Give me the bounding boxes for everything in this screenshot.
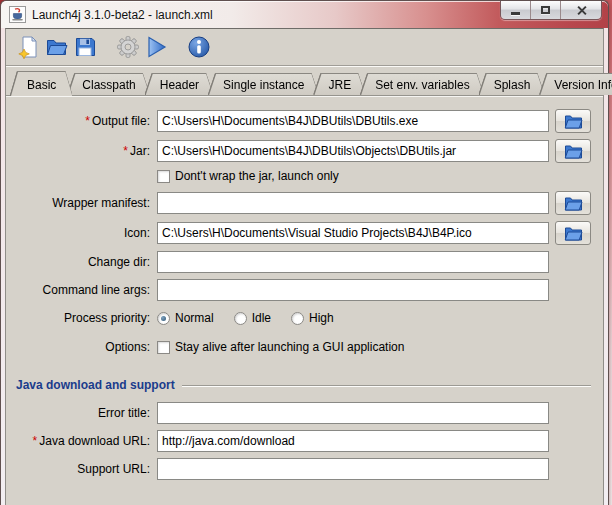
new-file-icon: [17, 35, 41, 59]
tab-version-info[interactable]: Version Info: [540, 74, 612, 95]
stay-alive-checkbox[interactable]: [157, 341, 170, 354]
folder-icon: [564, 196, 583, 211]
titlebar[interactable]: Launch4j 3.1.0-beta2 - launch.xml: [0, 0, 609, 28]
save-config-button[interactable]: [71, 33, 99, 61]
tab-classpath[interactable]: Classpath: [68, 74, 149, 95]
output-file-browse-button[interactable]: [555, 109, 591, 133]
jar-label: *Jar:: [14, 144, 150, 158]
error-title-label: Error title:: [14, 406, 150, 420]
build-wrapper-button[interactable]: [114, 33, 142, 61]
tab-header[interactable]: Header: [146, 74, 213, 95]
icon-browse-button[interactable]: [555, 221, 591, 245]
tab-basic[interactable]: Basic: [11, 72, 72, 96]
priority-high-radio[interactable]: High: [291, 311, 334, 325]
window-title: Launch4j 3.1.0-beta2 - launch.xml: [32, 8, 213, 22]
java-download-url-input[interactable]: [157, 430, 549, 452]
gear-icon: [116, 35, 140, 59]
priority-radio-group: Normal Idle High: [157, 307, 334, 329]
stay-alive-label: Stay alive after launching a GUI applica…: [175, 340, 404, 354]
open-config-button[interactable]: [43, 33, 71, 61]
toolbar: [6, 29, 603, 65]
new-config-button[interactable]: [15, 33, 43, 61]
tab-set-env-variables[interactable]: Set env. variables: [361, 74, 484, 95]
section-divider: [182, 385, 591, 387]
tab-strip: Basic Classpath Header Single instance J…: [6, 67, 603, 95]
save-floppy-icon: [73, 35, 97, 59]
desktop-wallpaper: Launch4j 3.1.0-beta2 - launch.xml: [0, 0, 612, 505]
radio-icon: [157, 312, 170, 325]
java-download-section-header: Java download and support: [16, 378, 591, 392]
minimize-icon: [511, 12, 520, 15]
test-wrapper-button[interactable]: [142, 33, 170, 61]
tab-jre[interactable]: JRE: [314, 74, 365, 95]
priority-idle-radio[interactable]: Idle: [234, 311, 271, 325]
folder-icon: [564, 226, 583, 241]
java-download-url-label: *Java download URL:: [14, 434, 150, 448]
options-label: Options:: [14, 340, 150, 354]
window-frame: Basic Classpath Header Single instance J…: [0, 28, 609, 505]
command-line-args-label: Command line args:: [14, 283, 150, 297]
folder-icon: [564, 144, 583, 159]
command-line-args-row: Command line args:: [14, 279, 595, 301]
support-url-label: Support URL:: [14, 462, 150, 476]
maximize-icon: [541, 6, 550, 14]
jar-input[interactable]: [157, 140, 549, 162]
required-marker: *: [33, 434, 38, 448]
required-marker: *: [85, 114, 90, 128]
wrapper-manifest-row: Wrapper manifest:: [14, 191, 595, 215]
maximize-button[interactable]: [531, 1, 561, 19]
process-priority-label: Process priority:: [14, 311, 150, 325]
java-download-url-row: *Java download URL:: [14, 430, 595, 452]
dont-wrap-label: Dont't wrap the jar, launch only: [175, 169, 339, 183]
launch4j-window: Launch4j 3.1.0-beta2 - launch.xml: [0, 0, 609, 505]
priority-normal-radio[interactable]: Normal: [157, 311, 214, 325]
close-icon: [576, 5, 587, 16]
open-folder-icon: [45, 35, 69, 59]
dont-wrap-checkbox[interactable]: [157, 170, 170, 183]
output-file-label: *Output file:: [14, 114, 150, 128]
wrapper-manifest-browse-button[interactable]: [555, 191, 591, 215]
folder-icon: [564, 114, 583, 129]
window-controls: [500, 1, 602, 20]
dont-wrap-row: Dont't wrap the jar, launch only: [157, 169, 595, 183]
about-button[interactable]: [185, 33, 213, 61]
change-dir-label: Change dir:: [14, 255, 150, 269]
radio-icon: [234, 312, 247, 325]
icon-label: Icon:: [14, 226, 150, 240]
wrapper-manifest-input[interactable]: [157, 192, 549, 214]
process-priority-row: Process priority: Normal Idle High: [14, 307, 595, 329]
section-title: Java download and support: [16, 378, 175, 392]
support-url-input[interactable]: [157, 458, 549, 480]
tab-single-instance[interactable]: Single instance: [209, 74, 318, 95]
radio-icon: [291, 312, 304, 325]
command-line-args-input[interactable]: [157, 279, 549, 301]
minimize-button[interactable]: [501, 1, 531, 19]
jar-row: *Jar:: [14, 139, 595, 163]
error-title-row: Error title:: [14, 402, 595, 424]
info-icon: [187, 35, 211, 59]
required-marker: *: [123, 144, 128, 158]
icon-input[interactable]: [157, 222, 549, 244]
output-file-input[interactable]: [157, 110, 549, 132]
close-button[interactable]: [561, 1, 601, 19]
support-url-row: Support URL:: [14, 458, 595, 480]
output-file-row: *Output file:: [14, 109, 595, 133]
error-title-input[interactable]: [157, 402, 549, 424]
basic-tab-panel: *Output file: *Jar:: [6, 95, 603, 505]
icon-row: Icon:: [14, 221, 595, 245]
java-cup-icon: [9, 6, 26, 23]
change-dir-input[interactable]: [157, 251, 549, 273]
options-row: Options: Stay alive after launching a GU…: [14, 336, 595, 358]
jar-browse-button[interactable]: [555, 139, 591, 163]
change-dir-row: Change dir:: [14, 251, 595, 273]
play-icon: [144, 35, 168, 59]
tab-splash[interactable]: Splash: [480, 74, 545, 95]
wrapper-manifest-label: Wrapper manifest:: [14, 196, 150, 210]
window-content: Basic Classpath Header Single instance J…: [5, 28, 604, 505]
